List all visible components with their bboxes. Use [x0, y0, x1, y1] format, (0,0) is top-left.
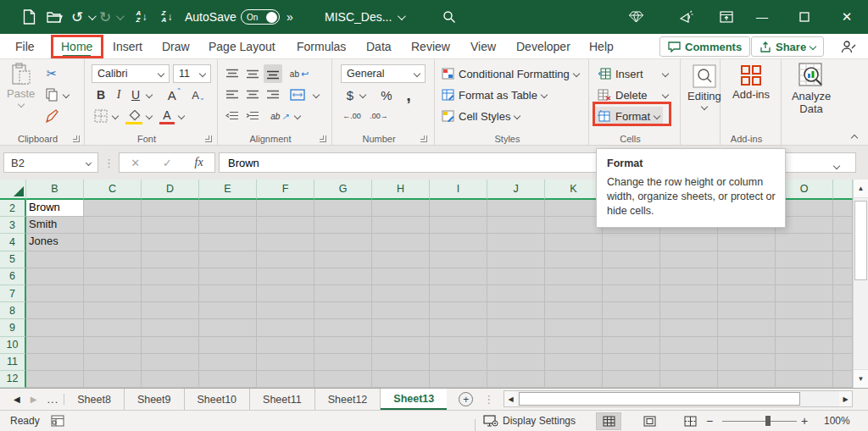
clipboard-dialog-launcher[interactable]	[73, 135, 80, 142]
column-header-G[interactable]: G	[314, 180, 372, 200]
cell-J8[interactable]	[487, 302, 545, 319]
cell-L6[interactable]	[603, 268, 660, 285]
cell-N4[interactable]	[718, 234, 776, 251]
cell-N9[interactable]	[718, 319, 776, 336]
cell-D7[interactable]	[142, 285, 199, 302]
scroll-right-button[interactable]: ▶	[839, 391, 852, 406]
ribbon-tab-data[interactable]: Data	[364, 34, 393, 59]
cell-I2[interactable]	[430, 200, 487, 217]
cell-M4[interactable]	[660, 234, 718, 251]
cell-H12[interactable]	[372, 371, 430, 388]
close-button[interactable]: ✕	[836, 0, 858, 34]
column-header-H[interactable]: H	[372, 180, 430, 200]
cell-F11[interactable]	[257, 354, 314, 371]
expand-formula-bar-button[interactable]	[834, 158, 839, 171]
cell-E7[interactable]	[199, 285, 257, 302]
format-painter-button[interactable]	[42, 107, 61, 125]
column-header-D[interactable]: D	[142, 180, 199, 200]
cell-C11[interactable]	[84, 354, 142, 371]
cell-G6[interactable]	[314, 268, 372, 285]
cell-I11[interactable]	[430, 354, 487, 371]
ribbon-tab-review[interactable]: Review	[409, 34, 452, 59]
cell-I6[interactable]	[430, 268, 487, 285]
cell-C6[interactable]	[84, 268, 142, 285]
cell-D3[interactable]	[142, 217, 199, 234]
cell-O7[interactable]	[776, 285, 833, 302]
sheet-tab-sheet10[interactable]: Sheet10	[185, 389, 251, 410]
scroll-up-button[interactable]: ▲	[854, 180, 868, 198]
cell-B5[interactable]	[26, 251, 84, 268]
cell-K11[interactable]	[545, 354, 603, 371]
comments-button[interactable]: Comments	[659, 36, 750, 57]
addins-button[interactable]: Add-ins	[732, 64, 770, 101]
select-all-button[interactable]	[0, 180, 26, 200]
orientation-dropdown[interactable]	[292, 107, 303, 125]
font-dialog-launcher[interactable]	[205, 135, 212, 142]
row-header-6[interactable]: 6	[0, 268, 26, 285]
cell-F2[interactable]	[257, 200, 314, 217]
cell-H4[interactable]	[372, 234, 430, 251]
cell-O5[interactable]	[776, 251, 833, 268]
italic-button[interactable]: I	[112, 86, 125, 104]
cell-B4[interactable]: Jones	[26, 234, 84, 251]
maximize-button[interactable]	[793, 0, 815, 34]
sheet-nav-left-button[interactable]: ◀	[8, 389, 25, 410]
cell-D12[interactable]	[142, 371, 199, 388]
cell-H6[interactable]	[372, 268, 430, 285]
cell-N5[interactable]	[718, 251, 776, 268]
page-break-view-button[interactable]	[677, 412, 703, 430]
quick-access-overflow[interactable]: »	[287, 0, 293, 34]
sign-in-button[interactable]	[837, 34, 860, 59]
row-header-11[interactable]: 11	[0, 354, 26, 371]
cell-M12[interactable]	[660, 371, 718, 388]
cell-G3[interactable]	[314, 217, 372, 234]
delete-cells-button[interactable]: Delete	[598, 86, 648, 104]
increase-font-button[interactable]: A⌃	[164, 86, 185, 104]
cell-C8[interactable]	[84, 302, 142, 319]
cell-L9[interactable]	[603, 319, 660, 336]
font-color-dropdown[interactable]	[176, 107, 186, 125]
underline-button[interactable]: U	[129, 86, 142, 104]
row-header-5[interactable]: 5	[0, 251, 26, 268]
wrap-text-button[interactable]: ab↩	[287, 64, 311, 83]
fill-color-button[interactable]	[125, 108, 142, 122]
copy-dropdown[interactable]	[61, 86, 71, 104]
cell-N12[interactable]	[718, 371, 776, 388]
column-header-F[interactable]: F	[257, 180, 314, 200]
sheet-tab-sheet12[interactable]: Sheet12	[315, 389, 381, 410]
undo-dropdown[interactable]	[86, 0, 96, 34]
tabbar-splitter[interactable]: ⋮	[483, 389, 494, 409]
cell-E4[interactable]	[199, 234, 257, 251]
format-cells-button[interactable]: Format	[594, 107, 663, 125]
bold-button[interactable]: B	[93, 86, 108, 104]
cell-G8[interactable]	[314, 302, 372, 319]
cell-B6[interactable]	[26, 268, 84, 285]
row-header-12[interactable]: 12	[0, 371, 26, 388]
cell-I7[interactable]	[430, 285, 487, 302]
cell-K6[interactable]	[545, 268, 603, 285]
cell-H5[interactable]	[372, 251, 430, 268]
ribbon-tab-draw[interactable]: Draw	[160, 34, 192, 59]
cell-K5[interactable]	[545, 251, 603, 268]
cell-G9[interactable]	[314, 319, 372, 336]
row-header-8[interactable]: 8	[0, 302, 26, 319]
cancel-button[interactable]: ✕	[131, 157, 140, 169]
cell-K8[interactable]	[545, 302, 603, 319]
alignment-dialog-launcher[interactable]	[320, 135, 326, 142]
zoom-slider-thumb[interactable]	[765, 416, 771, 426]
sheet-tab-sheet11[interactable]: Sheet11	[250, 389, 315, 410]
cell-N11[interactable]	[718, 354, 776, 371]
decrease-decimal-button[interactable]: .00→	[368, 107, 390, 125]
cell-J5[interactable]	[487, 251, 545, 268]
cell-G12[interactable]	[314, 371, 372, 388]
display-settings-button[interactable]: Display Settings	[483, 411, 576, 431]
cell-C5[interactable]	[84, 251, 142, 268]
top-align-button[interactable]	[223, 64, 242, 83]
vertical-scrollbar[interactable]: ▲ ▼	[853, 180, 868, 388]
increase-indent-button[interactable]	[243, 107, 262, 125]
borders-dropdown[interactable]	[110, 107, 120, 125]
cell-C10[interactable]	[84, 337, 142, 354]
cell-D5[interactable]	[142, 251, 199, 268]
cell-D11[interactable]	[142, 354, 199, 371]
cell-L4[interactable]	[603, 234, 660, 251]
